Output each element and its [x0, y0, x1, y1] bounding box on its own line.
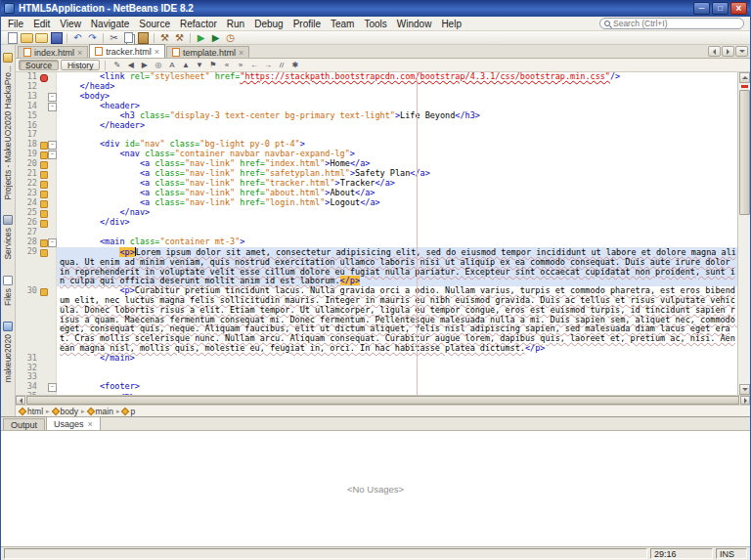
tab-tracker.html[interactable]: tracker.html [89, 44, 165, 58]
code-line[interactable]: 30 <p>Curabitur pretium tincidunt lacus.… [16, 286, 737, 354]
fold-toggle[interactable] [48, 382, 57, 392]
menu-item-file[interactable]: File [3, 19, 28, 29]
menu-item-window[interactable]: Window [392, 19, 437, 29]
fold-toggle[interactable] [48, 140, 57, 150]
fold-toggle[interactable] [48, 150, 57, 159]
minimize-button[interactable] [693, 2, 710, 15]
build-project-icon[interactable]: ⚒ [157, 31, 172, 44]
find-selection-icon[interactable]: ◎ [152, 60, 164, 71]
vertical-scroll-thumb[interactable] [739, 90, 750, 215]
breadcrumb-item-main[interactable]: main [88, 407, 113, 416]
menu-item-view[interactable]: View [55, 19, 86, 29]
comment-icon[interactable]: // [275, 60, 287, 71]
menu-item-team[interactable]: Team [326, 19, 359, 29]
output-tab-usages[interactable]: Usages [46, 416, 101, 430]
projects-icon [3, 53, 13, 63]
code-line[interactable]: 26 </div> [16, 218, 737, 228]
fold-toggle[interactable] [48, 237, 57, 247]
annotation-glyph [39, 169, 48, 179]
last-edit-icon[interactable]: ✎ [110, 60, 123, 71]
breadcrumb-item-p[interactable]: p [122, 407, 135, 416]
fold-toggle[interactable] [48, 102, 57, 111]
redo-icon[interactable]: ↷ [85, 31, 100, 44]
breadcrumb-item-html[interactable]: html [20, 407, 43, 416]
code-area[interactable]: 11 <link rel="stylesheet" href="https://… [16, 72, 737, 395]
code-line[interactable]: 12 </head> [16, 82, 737, 92]
error-stripe-mark[interactable] [741, 85, 748, 88]
tab-close-icon[interactable] [239, 49, 243, 57]
menu-item-profile[interactable]: Profile [288, 19, 326, 29]
menu-item-debug[interactable]: Debug [249, 19, 287, 29]
tab-index.html[interactable]: index.html [18, 46, 88, 58]
source-view-button[interactable]: Source [19, 60, 59, 70]
cut-icon[interactable]: ✂ [107, 31, 121, 44]
debug-project-icon[interactable]: ▶ [208, 31, 223, 44]
shift-right-icon[interactable]: → [261, 60, 274, 71]
profile-project-icon[interactable]: ◷ [223, 31, 238, 44]
next-occurrence-icon[interactable]: ▼ [193, 60, 205, 71]
clean-build-icon[interactable]: ⚒ [172, 31, 187, 44]
shift-left-icon[interactable]: ← [247, 60, 260, 71]
code-line[interactable]: 31 </main> [16, 354, 737, 364]
quick-search-input[interactable] [613, 19, 739, 28]
scroll-tabs-left-button[interactable] [708, 46, 721, 57]
menu-item-edit[interactable]: Edit [28, 19, 55, 29]
menu-item-refactor[interactable]: Refactor [175, 19, 222, 29]
previous-occurrence-icon[interactable]: ▲ [179, 60, 192, 71]
tab-template.html[interactable]: template.html [166, 46, 249, 58]
run-project-icon[interactable]: ▶ [194, 31, 208, 44]
close-button[interactable] [730, 2, 747, 15]
previous-bookmark-icon[interactable]: « [220, 60, 233, 71]
fold-toggle [48, 111, 57, 121]
menu-item-run[interactable]: Run [222, 19, 249, 29]
fold-toggle [48, 82, 57, 92]
scroll-up-icon[interactable] [739, 72, 750, 83]
fold-toggle[interactable] [48, 92, 57, 102]
undo-icon[interactable]: ↶ [70, 31, 85, 44]
quick-search-box[interactable] [599, 18, 744, 29]
code-line[interactable]: 32 [16, 364, 737, 373]
annotation-glyph [39, 159, 48, 169]
code-line[interactable]: 16 </header> [16, 121, 737, 131]
tab-list-button[interactable] [735, 46, 748, 57]
menu-item-help[interactable]: Help [436, 19, 466, 29]
new-file-icon[interactable] [5, 31, 20, 44]
menu-item-tools[interactable]: Tools [359, 19, 391, 29]
highlight-occurrences-icon[interactable]: A [165, 60, 178, 71]
copy-icon[interactable] [121, 31, 136, 44]
scroll-right-icon[interactable] [740, 396, 750, 405]
scroll-left-icon[interactable] [16, 396, 25, 405]
horizontal-scroll-thumb[interactable] [26, 396, 739, 405]
tab-close-icon[interactable] [77, 49, 82, 57]
tab-close-icon[interactable] [88, 420, 93, 428]
vertical-scrollbar[interactable] [737, 72, 750, 395]
menu-item-source[interactable]: Source [134, 19, 175, 29]
paste-icon[interactable] [136, 31, 151, 44]
horizontal-scrollbar[interactable] [16, 395, 750, 405]
new-project-icon[interactable] [20, 31, 34, 44]
output-tab-output[interactable]: Output [3, 418, 45, 430]
forward-icon[interactable]: ▶ [138, 60, 151, 71]
tab-close-icon[interactable] [155, 48, 159, 56]
code-line[interactable]: 29 <p>Lorem ipsum dolor sit amet, consec… [16, 247, 737, 286]
scroll-down-icon[interactable] [739, 384, 750, 395]
open-project-icon[interactable] [34, 31, 49, 44]
sidebar-tab-makeuo2020[interactable]: makeuo2020 [3, 322, 13, 382]
scroll-tabs-right-button[interactable] [722, 46, 734, 57]
toggle-bookmark-icon[interactable]: ⚑ [206, 60, 219, 71]
code-text: <body> [57, 92, 737, 102]
history-view-button[interactable]: History [61, 60, 100, 70]
uncomment-icon[interactable]: ✱ [288, 60, 301, 71]
menu-item-navigate[interactable]: Navigate [86, 19, 134, 29]
code-line[interactable]: 11 <link rel="stylesheet" href="https://… [16, 72, 737, 82]
code-line[interactable]: 28 <main class="container mt-3"> [16, 237, 737, 247]
next-bookmark-icon[interactable]: » [234, 60, 246, 71]
back-icon[interactable]: ◀ [124, 60, 137, 71]
breadcrumb-item-body[interactable]: body [53, 407, 78, 416]
sidebar-tab-services[interactable]: Services [3, 215, 13, 260]
title-bar: HTML5Application - NetBeans IDE 8.2 [1, 0, 750, 17]
save-all-icon[interactable] [49, 31, 64, 44]
sidebar-tab-files[interactable]: Files [3, 276, 13, 306]
maximize-button[interactable] [712, 2, 729, 15]
sidebar-tab-projects[interactable]: Projects - MakeUO2020 HackaPro... [3, 53, 13, 199]
